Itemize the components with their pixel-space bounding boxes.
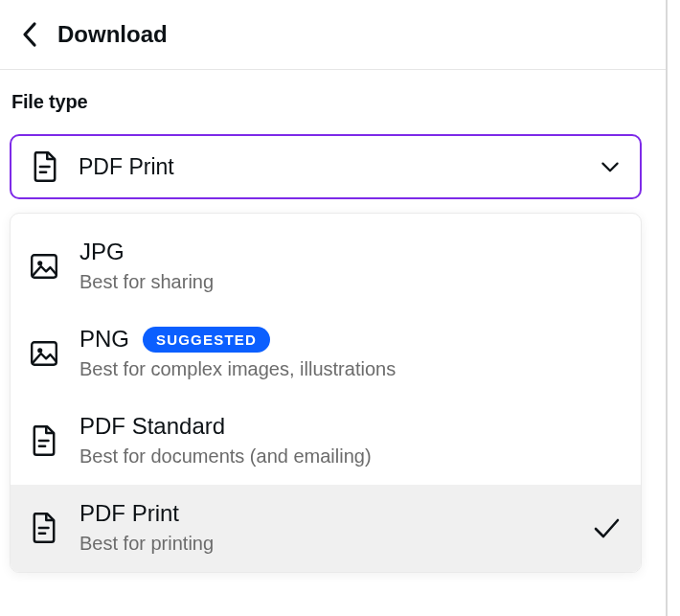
file-type-option[interactable]: PDF PrintBest for printing	[11, 485, 641, 572]
check-icon	[591, 513, 622, 543]
option-title: PDF Print	[79, 500, 179, 527]
option-body: PDF StandardBest for documents (and emai…	[79, 413, 622, 468]
file-type-option[interactable]: PDF StandardBest for documents (and emai…	[11, 398, 641, 485]
image-icon	[28, 337, 60, 370]
option-description: Best for complex images, illustrations	[79, 358, 622, 380]
document-icon	[29, 150, 61, 183]
file-type-select[interactable]: PDF Print	[10, 134, 642, 199]
document-icon	[28, 512, 60, 544]
suggested-badge: SUGGESTED	[143, 327, 270, 353]
back-button[interactable]	[13, 17, 48, 52]
panel-title: Download	[57, 21, 168, 48]
option-description: Best for printing	[79, 533, 591, 555]
option-title: PNG	[79, 326, 129, 353]
panel-header: Download	[0, 0, 666, 70]
chevron-down-icon	[600, 156, 621, 177]
file-type-dropdown: JPGBest for sharingPNGSUGGESTEDBest for …	[10, 213, 642, 573]
option-description: Best for sharing	[79, 271, 622, 293]
document-icon	[28, 424, 60, 457]
option-body: JPGBest for sharing	[79, 239, 622, 293]
download-panel: Download File type PDF Print JPGBes	[0, 0, 668, 616]
file-type-selected-value: PDF Print	[79, 154, 600, 180]
file-type-label: File type	[10, 91, 656, 113]
image-icon	[28, 250, 60, 283]
panel-content: File type PDF Print JPGBest for sharingP…	[0, 70, 666, 573]
option-title: JPG	[79, 239, 125, 265]
option-title: PDF Standard	[79, 413, 225, 440]
option-body: PNGSUGGESTEDBest for complex images, ill…	[79, 326, 622, 380]
file-type-option[interactable]: PNGSUGGESTEDBest for complex images, ill…	[11, 310, 641, 398]
file-type-option[interactable]: JPGBest for sharing	[11, 223, 641, 310]
chevron-left-icon	[22, 21, 39, 48]
option-description: Best for documents (and emailing)	[79, 445, 622, 468]
option-body: PDF PrintBest for printing	[79, 500, 591, 555]
